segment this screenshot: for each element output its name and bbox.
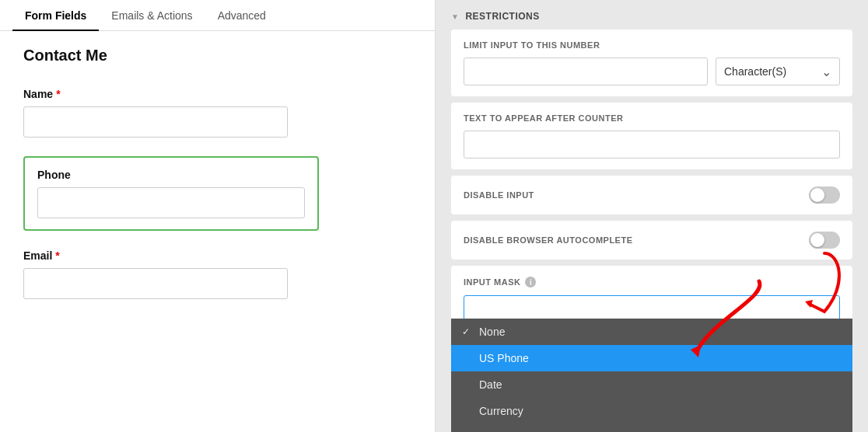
- none-checkmark: ✓: [462, 326, 473, 337]
- dropdown-item-none[interactable]: ✓ None: [451, 319, 852, 345]
- tabs-bar: Form Fields Emails & Actions Advanced: [0, 0, 435, 31]
- name-field: Name *: [23, 88, 411, 138]
- settings-section: LIMIT INPUT TO THIS NUMBER Character(S) …: [436, 30, 868, 337]
- limit-number-input[interactable]: [464, 57, 708, 85]
- disable-autocomplete-label: DISABLE BROWSER AUTOCOMPLETE: [464, 235, 633, 245]
- character-select-value: Character(S): [724, 65, 786, 78]
- form-content: Contact Me Name * Phone Email *: [0, 31, 435, 432]
- name-required: *: [56, 88, 60, 100]
- phone-field-wrapper: Phone: [23, 156, 319, 231]
- phone-label: Phone: [37, 169, 305, 181]
- input-mask-info-icon[interactable]: i: [525, 277, 536, 287]
- phone-field: Phone: [23, 156, 411, 231]
- name-input[interactable]: [23, 106, 288, 138]
- input-mask-label: INPUT MASK: [464, 277, 520, 287]
- disable-input-label: DISABLE INPUT: [464, 190, 534, 200]
- email-required: *: [55, 249, 59, 262]
- name-label: Name *: [23, 88, 411, 100]
- text-after-input[interactable]: Character(s) left: [464, 131, 840, 159]
- restrictions-title: RESTRICTIONS: [465, 11, 539, 22]
- character-select-caret: ⌄: [821, 64, 831, 79]
- limit-input-controls: Character(S) ⌄: [464, 57, 840, 85]
- form-title: Contact Me: [23, 47, 411, 64]
- email-input[interactable]: [23, 268, 288, 299]
- disable-input-toggle[interactable]: [809, 186, 840, 204]
- dropdown-item-currency[interactable]: Currency: [451, 398, 852, 424]
- restrictions-chevron[interactable]: ▼: [451, 12, 459, 21]
- tab-advanced[interactable]: Advanced: [205, 0, 278, 31]
- left-panel: Form Fields Emails & Actions Advanced Co…: [0, 0, 436, 432]
- tab-emails-actions[interactable]: Emails & Actions: [99, 0, 205, 31]
- dropdown-item-custom[interactable]: Custom: [451, 424, 852, 432]
- text-after-label: TEXT TO APPEAR AFTER COUNTER: [464, 113, 840, 123]
- input-mask-dropdown: ✓ None US Phone Date Currency Cust: [451, 319, 852, 432]
- email-field: Email *: [23, 249, 411, 299]
- dropdown-item-date[interactable]: Date: [451, 371, 852, 398]
- phone-input[interactable]: [37, 187, 305, 218]
- arrow-decoration: [762, 246, 856, 323]
- input-mask-section: INPUT MASK i ✓ None: [451, 266, 852, 323]
- text-after-row: TEXT TO APPEAR AFTER COUNTER Character(s…: [451, 103, 852, 169]
- tab-form-fields[interactable]: Form Fields: [12, 0, 99, 31]
- character-select[interactable]: Character(S) ⌄: [716, 57, 840, 85]
- limit-input-label: LIMIT INPUT TO THIS NUMBER: [464, 40, 840, 50]
- restrictions-header: ▼ RESTRICTIONS: [436, 0, 868, 30]
- dropdown-item-us-phone[interactable]: US Phone: [451, 345, 852, 371]
- right-panel: ▼ RESTRICTIONS LIMIT INPUT TO THIS NUMBE…: [436, 0, 868, 432]
- limit-input-row: LIMIT INPUT TO THIS NUMBER Character(S) …: [451, 30, 852, 96]
- disable-input-row: DISABLE INPUT: [451, 176, 852, 214]
- email-label: Email *: [23, 249, 411, 262]
